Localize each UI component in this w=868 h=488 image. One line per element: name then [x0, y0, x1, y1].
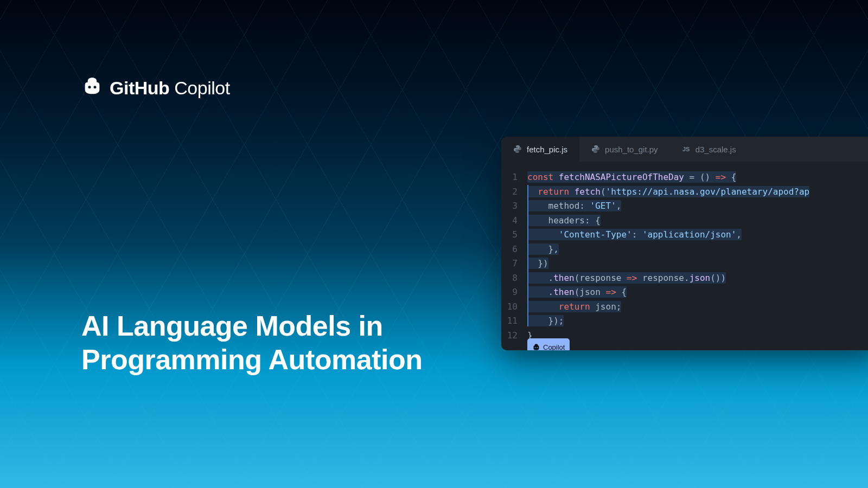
- line-number: 6: [501, 242, 527, 257]
- code-line: 6 },: [501, 242, 868, 257]
- tab-fetch_pic-js[interactable]: fetch_pic.js: [501, 137, 579, 162]
- python-icon: [513, 145, 522, 153]
- copilot-badge: Copilot: [527, 338, 570, 351]
- js-icon: JS: [682, 145, 691, 153]
- code-content[interactable]: headers: {: [527, 214, 601, 228]
- code-content[interactable]: return json;: [527, 300, 621, 314]
- code-line: 10 return json;: [501, 300, 868, 314]
- tab-bar: fetch_pic.jspush_to_git.pyJSd3_scale.js: [501, 137, 868, 162]
- line-number: 11: [501, 314, 527, 329]
- code-content[interactable]: method: 'GET',: [527, 199, 621, 214]
- code-content[interactable]: return fetch('https://api.nasa.gov/plane…: [527, 185, 809, 200]
- line-number: 5: [501, 228, 527, 242]
- copilot-icon: [81, 76, 103, 100]
- code-line: 2 return fetch('https://api.nasa.gov/pla…: [501, 185, 868, 200]
- code-content[interactable]: 'Content-Type': 'application/json',: [527, 228, 742, 242]
- code-line: 1const fetchNASAPictureOfTheDay = () => …: [501, 170, 868, 185]
- python-icon: [591, 145, 600, 153]
- line-number: 1: [501, 170, 527, 185]
- code-content[interactable]: }): [527, 256, 548, 271]
- line-number: 3: [501, 199, 527, 214]
- code-area: 1const fetchNASAPictureOfTheDay = () => …: [501, 162, 868, 350]
- code-line: 9 .then(json => {: [501, 285, 868, 300]
- line-number: 10: [501, 300, 527, 314]
- tab-d3_scale-js[interactable]: JSd3_scale.js: [670, 137, 748, 162]
- slide-headline: AI Language Models in Programming Automa…: [81, 309, 422, 377]
- code-content[interactable]: const fetchNASAPictureOfTheDay = () => {: [527, 170, 736, 185]
- tab-label: d3_scale.js: [695, 145, 736, 154]
- code-line: 3 method: 'GET',: [501, 199, 868, 214]
- line-number: 8: [501, 271, 527, 286]
- line-number: 7: [501, 256, 527, 271]
- code-line: 11 });: [501, 314, 868, 329]
- code-line: 4 headers: {: [501, 214, 868, 228]
- code-editor: fetch_pic.jspush_to_git.pyJSd3_scale.js …: [501, 137, 868, 350]
- line-number: 2: [501, 185, 527, 200]
- code-content[interactable]: .then(json => {: [527, 285, 627, 300]
- tab-label: push_to_git.py: [605, 145, 658, 154]
- line-number: 4: [501, 214, 527, 228]
- tab-label: fetch_pic.js: [527, 145, 567, 154]
- tab-push_to_git-py[interactable]: push_to_git.py: [579, 137, 670, 162]
- code-content[interactable]: });: [527, 314, 564, 329]
- line-number: 12: [501, 329, 527, 343]
- code-line: 5 'Content-Type': 'application/json',: [501, 228, 868, 242]
- code-line: 8 .then(response => response.json()): [501, 271, 868, 286]
- product-logo: GitHub Copilot: [81, 76, 230, 100]
- code-content[interactable]: },: [527, 242, 559, 257]
- code-content[interactable]: .then(response => response.json()): [527, 271, 726, 286]
- code-line: 7 }): [501, 256, 868, 271]
- logo-text: GitHub Copilot: [110, 78, 230, 99]
- line-number: 9: [501, 285, 527, 300]
